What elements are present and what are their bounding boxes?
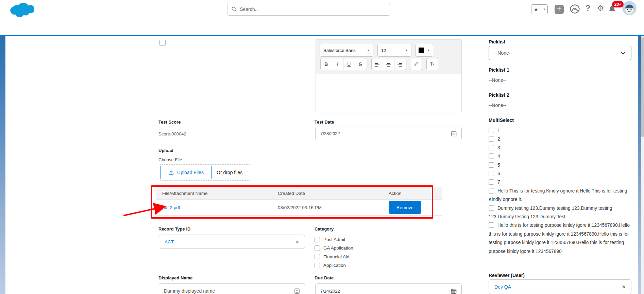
checkbox[interactable]: [489, 205, 494, 211]
multiselect-label: MultiSelect: [489, 117, 514, 123]
user-avatar[interactable]: [622, 1, 637, 15]
picklist-select[interactable]: --None--: [489, 46, 631, 60]
caret-down-icon: ▼: [427, 49, 430, 52]
multiselect-option[interactable]: 7: [489, 178, 633, 186]
strikethrough-button[interactable]: S: [355, 58, 367, 70]
test-score-value: Score-000042: [158, 131, 186, 136]
picklist2-value: --None--: [489, 103, 506, 108]
favorites-control: ★ ▼: [531, 4, 548, 14]
checkbox[interactable]: [489, 179, 494, 185]
multiselect-option[interactable]: 5: [489, 161, 633, 169]
favorites-dropdown-icon[interactable]: ▼: [541, 5, 547, 14]
caret-down-icon: ▼: [367, 49, 370, 52]
trailhead-icon[interactable]: [570, 4, 580, 14]
test-date-input[interactable]: 7/28/2022: [315, 127, 462, 140]
category-option-label: Post Admit: [323, 237, 345, 242]
checkbox[interactable]: [489, 162, 494, 168]
reviewer-value[interactable]: Dev QA: [494, 284, 511, 290]
align-center-button[interactable]: [383, 58, 395, 70]
favorite-star-icon[interactable]: ★: [531, 5, 541, 14]
multiselect-option[interactable]: 4: [489, 152, 633, 161]
multiselect-option-label: Hello this is for testing purpose kinldy…: [489, 223, 630, 254]
remove-format-button[interactable]: Tx: [426, 58, 438, 70]
record-type-value: ACT: [165, 239, 174, 244]
due-date-value: 7/14/2022: [320, 289, 340, 294]
calendar-icon[interactable]: [451, 288, 457, 294]
align-left-button[interactable]: [371, 58, 383, 70]
bold-button[interactable]: B: [320, 58, 332, 70]
category-option[interactable]: Financial Aid: [315, 253, 353, 261]
italic-button[interactable]: I: [332, 58, 344, 70]
multiselect-option[interactable]: 6: [489, 169, 633, 178]
picklist-label: Picklist: [489, 39, 505, 44]
checkbox[interactable]: [489, 188, 494, 194]
global-search[interactable]: [227, 3, 390, 16]
multiselect-option[interactable]: 3: [489, 144, 633, 152]
checkbox[interactable]: [315, 245, 320, 251]
attachment-link[interactable]: pdf 2.pdf: [162, 205, 180, 210]
drop-files-text: Or drop files: [217, 170, 242, 175]
top-checkbox[interactable]: [159, 40, 166, 46]
record-type-label: Record Type ID: [158, 226, 190, 232]
clear-icon[interactable]: ×: [622, 283, 626, 290]
checkbox[interactable]: [489, 145, 494, 150]
upload-files-label: Upload Files: [177, 170, 204, 175]
checkbox[interactable]: [489, 136, 494, 142]
help-icon[interactable]: ?: [586, 4, 590, 13]
upload-files-button[interactable]: Upload Files: [160, 166, 212, 179]
calendar-icon[interactable]: [451, 131, 457, 136]
checkbox[interactable]: [489, 128, 494, 133]
category-option-label: GA Application: [323, 245, 353, 251]
multiselect-option[interactable]: 1: [489, 126, 633, 135]
vertical-scrollbar[interactable]: [641, 36, 644, 294]
reviewer-label: Reviewer (User): [489, 273, 525, 278]
setup-gear-icon[interactable]: ⚙: [597, 4, 604, 13]
attachments-table: File/Attachment Name Created Date Action…: [156, 187, 442, 216]
multiselect-option[interactable]: Hello this is for testing purpose kinldy…: [489, 221, 633, 256]
multiselect-option-label: 3: [497, 145, 500, 150]
due-date-input[interactable]: 7/14/2022: [315, 283, 462, 294]
choose-file-label: Choose File: [158, 157, 182, 162]
checkbox[interactable]: [489, 222, 494, 228]
checkbox[interactable]: [315, 263, 320, 268]
reviewer-input[interactable]: Dev QA ×: [489, 279, 631, 294]
record-type-input[interactable]: ACT ×: [159, 235, 305, 249]
category-options: Post Admit GA Application Financial Aid …: [315, 235, 353, 270]
link-button[interactable]: [410, 58, 422, 70]
checkbox[interactable]: [489, 153, 494, 159]
remove-button[interactable]: Remove: [389, 201, 421, 214]
caret-down-icon: ▼: [405, 49, 408, 52]
checkbox[interactable]: [315, 237, 320, 242]
global-header: ★ ▼ + ? ⚙ 20+: [0, 0, 644, 19]
category-option[interactable]: GA Application: [315, 244, 353, 252]
search-input[interactable]: [240, 6, 386, 12]
font-family-select[interactable]: Salesforce Sans ▼: [320, 44, 373, 57]
due-date-label: Due Date: [315, 275, 334, 280]
checkbox[interactable]: [489, 171, 494, 176]
upload-icon: [168, 170, 174, 176]
chevron-down-icon: [621, 52, 626, 55]
navigation-tab-bar: [0, 19, 644, 36]
text-color-picker[interactable]: ▼: [416, 44, 433, 57]
global-actions-icon[interactable]: +: [555, 5, 564, 14]
multiselect-option-label: 5: [497, 163, 500, 168]
checkbox[interactable]: [315, 254, 320, 259]
font-size-value: 12: [381, 48, 386, 53]
editor-text-area[interactable]: [316, 74, 461, 112]
clear-icon[interactable]: ×: [295, 239, 299, 245]
align-right-button[interactable]: [394, 58, 406, 70]
multiselect-option[interactable]: Hello This is for testing Kindly ognore …: [489, 187, 633, 204]
col-created-date: Created Date: [272, 191, 383, 196]
font-size-select[interactable]: 12 ▼: [377, 44, 411, 57]
displayed-name-value: Dummy displayed name: [164, 288, 215, 294]
category-option[interactable]: Application: [315, 261, 353, 270]
displayed-name-input[interactable]: Dummy displayed name: [159, 283, 305, 294]
multiselect-option[interactable]: Dummy testing 123.Dummy testing 123.Dumm…: [489, 204, 633, 221]
table-row: pdf 2.pdf 08/02/2022 03:16 PM Remove: [156, 200, 442, 216]
scrollbar-thumb[interactable]: [641, 37, 644, 137]
underline-button[interactable]: U: [343, 58, 355, 70]
multiselect-option[interactable]: 2: [489, 135, 633, 143]
picklist2-label: Picklist 2: [489, 92, 509, 98]
category-option[interactable]: Post Admit: [315, 235, 353, 244]
file-dropzone[interactable]: Upload Files Or drop files: [159, 164, 251, 181]
